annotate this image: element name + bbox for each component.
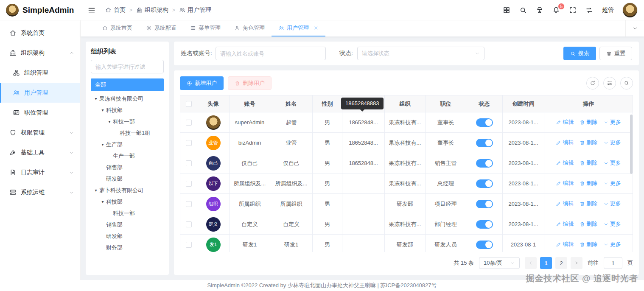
tree-node[interactable]: ▾研发部 [91, 230, 164, 242]
page-button-2[interactable]: 2 [555, 257, 567, 269]
delete-link[interactable]: 删除 [580, 139, 597, 146]
global-search-button[interactable] [519, 6, 527, 14]
breadcrumb-home[interactable]: 首页 [105, 6, 126, 14]
tree-node[interactable]: ▾萝卜科技有限公司 [91, 185, 164, 196]
more-link[interactable]: 更多 [603, 179, 621, 187]
tree-node[interactable]: ▾果冻科技有限公司 [91, 93, 164, 104]
table-row[interactable]: 发1 研发1 研发1 男 研发部 研发人员 2023-08-1 [180, 235, 633, 252]
tree-caret-icon[interactable]: ▾ [99, 142, 106, 147]
table-row[interactable]: 组织 所属组织 所属组织 男 研发部 项目经理 2023-08-1... [180, 194, 633, 214]
fullscreen-button[interactable] [569, 6, 577, 14]
more-link[interactable]: 更多 [603, 220, 621, 228]
tree-node[interactable]: ▾销售部 [91, 219, 164, 230]
page-button-1[interactable]: 1 [540, 257, 552, 269]
tree-node[interactable]: ▾科技部 [91, 104, 164, 116]
tabbar-collapse-button[interactable] [625, 20, 644, 36]
edit-link[interactable]: 编辑 [556, 159, 574, 167]
status-toggle[interactable] [476, 159, 493, 168]
tree-caret-icon[interactable]: ▾ [92, 188, 99, 193]
table-scrollbar[interactable] [630, 115, 633, 174]
tree-node[interactable]: ▾销售部 [91, 162, 164, 173]
row-checkbox[interactable] [186, 242, 192, 248]
more-link[interactable]: 更多 [603, 241, 621, 248]
sidebar-item-org-management[interactable]: 组织管理 [0, 63, 80, 83]
delete-user-button[interactable]: 删除用户 [228, 76, 272, 90]
sidebar-collapse-button[interactable] [87, 6, 96, 14]
delete-link[interactable]: 删除 [580, 179, 597, 187]
current-username[interactable]: 超管 [602, 6, 614, 14]
tree-node[interactable]: ▾生产一部 [91, 150, 164, 162]
status-toggle[interactable] [476, 220, 493, 229]
row-checkbox[interactable] [186, 221, 192, 227]
layout-grid-button[interactable] [503, 6, 510, 14]
status-toggle[interactable] [476, 241, 493, 249]
tree-node[interactable]: ▾科技一部 [91, 116, 164, 127]
breadcrumb-org-arch[interactable]: 组织架构 [136, 6, 168, 14]
name-filter-input[interactable] [216, 47, 326, 60]
tree-caret-icon[interactable]: ▾ [106, 119, 113, 124]
tree-node[interactable]: ▾研发部 [91, 173, 164, 185]
row-checkbox[interactable] [186, 201, 192, 207]
more-link[interactable]: 更多 [603, 200, 621, 207]
page-size-select[interactable]: 10条/页 [479, 257, 520, 269]
sidebar-item-permission-management[interactable]: 权限管理 [0, 123, 80, 143]
table-row[interactable]: 定义 自定义 自定义 男 果冻科技有... 部门经理 2023-08-1.. [180, 214, 633, 235]
notifications-button[interactable]: 5 [552, 6, 560, 14]
tree-caret-icon[interactable]: ▾ [99, 199, 106, 204]
switch-button[interactable] [585, 6, 593, 14]
reset-button[interactable]: 重置 [599, 47, 632, 60]
tree-node-all[interactable]: 全部 [91, 78, 164, 91]
tab-menu-management[interactable]: 菜单管理 [183, 20, 227, 36]
search-button[interactable]: 搜索 [563, 47, 596, 60]
theme-lamp-button[interactable] [536, 6, 543, 14]
sidebar-item-org-architecture[interactable]: 组织架构 [0, 43, 80, 63]
sidebar-item-system-home[interactable]: 系统首页 [0, 23, 80, 43]
more-link[interactable]: 更多 [603, 118, 621, 126]
table-row[interactable]: superAdmin 超管 男 18652848... 果冻科技有... 董事长… [180, 112, 633, 133]
logo-area[interactable]: SimpleAdmin [0, 4, 81, 17]
edit-link[interactable]: 编辑 [556, 200, 574, 207]
table-row[interactable]: 以下 所属组织及... 所属组织及... 男 果冻科技有... 总经理 20 [180, 173, 633, 194]
status-toggle[interactable] [476, 179, 493, 188]
org-filter-input[interactable] [91, 60, 164, 73]
status-toggle[interactable] [476, 200, 493, 208]
jump-page-input[interactable] [604, 257, 622, 269]
sidebar-item-position-management[interactable]: 职位管理 [0, 103, 80, 123]
delete-link[interactable]: 删除 [580, 118, 597, 126]
add-user-button[interactable]: 新增用户 [180, 76, 224, 90]
tab-user-management[interactable]: 用户管理 [272, 20, 325, 36]
close-icon[interactable] [313, 25, 319, 31]
tree-node[interactable]: ▾科技部 [91, 196, 164, 207]
row-checkbox[interactable] [186, 181, 192, 187]
more-link[interactable]: 更多 [603, 159, 621, 167]
row-checkbox[interactable] [186, 160, 192, 166]
tab-system-config[interactable]: 系统配置 [139, 20, 183, 36]
table-row[interactable]: 业管 bizAdmin 业管 男 18652848... 果冻科技有... 董事… [180, 133, 633, 153]
user-avatar[interactable] [623, 3, 637, 17]
sidebar-item-system-ops[interactable]: 系统运维 [0, 182, 80, 202]
more-link[interactable]: 更多 [603, 139, 621, 146]
row-checkbox[interactable] [186, 140, 192, 146]
sidebar-item-basic-tools[interactable]: 基础工具 [0, 143, 80, 162]
tree-node[interactable]: ▾财务部 [91, 242, 164, 253]
column-settings-button[interactable] [603, 77, 616, 90]
tab-system-home[interactable]: 系统首页 [95, 20, 139, 36]
tab-role-management[interactable]: 角色管理 [227, 20, 272, 36]
tree-node[interactable]: ▾生产部 [91, 139, 164, 150]
delete-link[interactable]: 删除 [580, 220, 597, 228]
sidebar-item-log-audit[interactable]: 日志审计 [0, 162, 80, 182]
table-search-button[interactable] [620, 77, 633, 90]
edit-link[interactable]: 编辑 [556, 241, 574, 248]
tree-node[interactable]: ▾科技一部1组 [91, 127, 164, 139]
status-toggle[interactable] [476, 139, 493, 147]
sidebar-item-user-management[interactable]: 用户管理 [0, 83, 80, 103]
select-all-checkbox[interactable] [186, 101, 192, 107]
edit-link[interactable]: 编辑 [556, 139, 574, 146]
delete-link[interactable]: 删除 [580, 159, 597, 167]
breadcrumb-user-mgmt[interactable]: 用户管理 [179, 6, 211, 14]
status-filter-select[interactable]: 请选择状态 [357, 47, 484, 60]
tree-caret-icon[interactable]: ▾ [99, 108, 106, 112]
prev-page-button[interactable] [525, 257, 537, 269]
delete-link[interactable]: 删除 [580, 241, 597, 248]
tree-node[interactable]: ▾科技一部 [91, 207, 164, 219]
